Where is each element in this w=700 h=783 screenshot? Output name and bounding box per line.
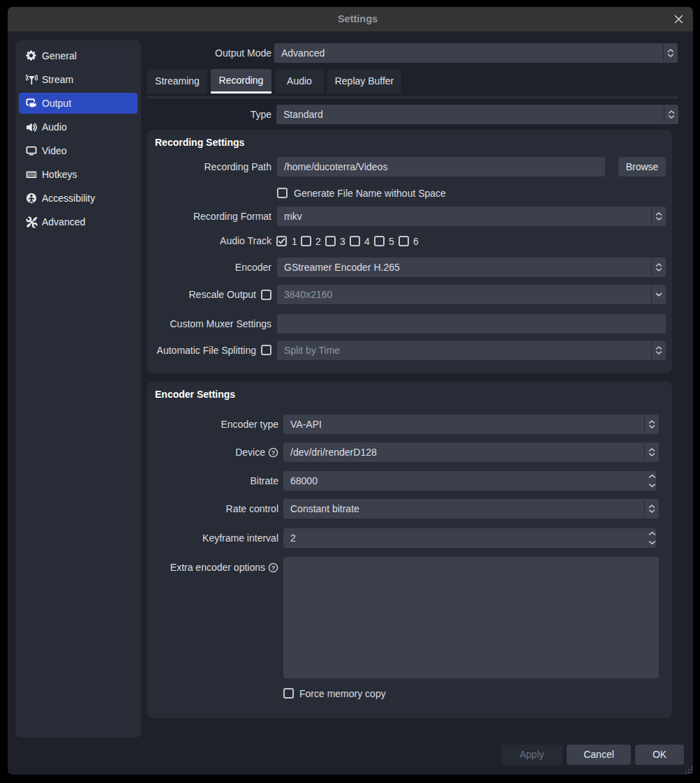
svg-text:?: ? <box>271 449 276 456</box>
svg-text:?: ? <box>271 565 276 572</box>
